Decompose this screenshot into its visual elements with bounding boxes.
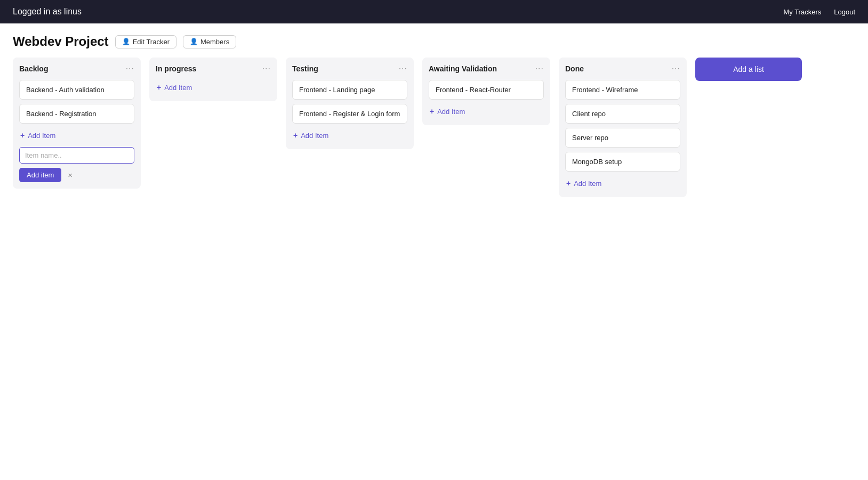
column-menu-backlog[interactable]: ··· (126, 64, 134, 74)
kanban-board: Backlog ··· Backend - Auth validation Ba… (0, 58, 868, 210)
column-title-testing: Testing (292, 64, 318, 73)
edit-tracker-icon: 👤 (122, 38, 130, 45)
cancel-add-item-button[interactable]: × (66, 169, 75, 181)
page-header: Webdev Project 👤 Edit Tracker 👤 Members (0, 23, 868, 58)
card-mongodb-setup[interactable]: MongoDB setup (565, 152, 680, 172)
add-item-row-in-progress[interactable]: + Add Item (156, 80, 271, 95)
column-title-in-progress: In progress (156, 64, 196, 73)
edit-tracker-button[interactable]: 👤 Edit Tracker (115, 35, 176, 48)
add-item-label-awaiting: Add Item (437, 108, 465, 116)
column-menu-done[interactable]: ··· (672, 64, 680, 74)
add-item-row-done[interactable]: + Add Item (565, 176, 680, 191)
edit-tracker-label: Edit Tracker (133, 38, 170, 46)
column-title-done: Done (565, 64, 584, 73)
item-name-input[interactable] (19, 147, 134, 164)
column-menu-testing[interactable]: ··· (399, 64, 407, 74)
column-menu-awaiting[interactable]: ··· (535, 64, 544, 74)
add-item-row-awaiting[interactable]: + Add Item (429, 104, 544, 119)
card-backend-auth[interactable]: Backend - Auth validation (19, 80, 134, 100)
column-backlog: Backlog ··· Backend - Auth validation Ba… (13, 58, 141, 189)
column-title-backlog: Backlog (19, 64, 48, 73)
logout-link[interactable]: Logout (834, 8, 855, 16)
logged-in-label: Logged in as linus (13, 7, 82, 17)
add-list-button[interactable]: Add a list (695, 58, 802, 81)
add-item-label-in-progress: Add Item (164, 84, 192, 92)
card-frontend-wireframe[interactable]: Frontend - Wireframe (565, 80, 680, 100)
column-menu-in-progress[interactable]: ··· (262, 64, 271, 74)
column-in-progress: In progress ··· + Add Item (149, 58, 277, 101)
add-item-label-done: Add Item (574, 180, 601, 188)
form-actions-backlog: Add item × (19, 168, 134, 182)
column-testing: Testing ··· Frontend - Landing page Fron… (286, 58, 414, 149)
card-server-repo[interactable]: Server repo (565, 128, 680, 148)
nav-links: My Trackers Logout (783, 8, 855, 16)
card-backend-reg[interactable]: Backend - Registration (19, 104, 134, 124)
column-header-awaiting: Awaiting Validation ··· (429, 64, 544, 74)
card-frontend-router[interactable]: Frontend - React-Router (429, 80, 544, 100)
page-title: Webdev Project (13, 34, 109, 49)
add-item-row-backlog[interactable]: + Add Item (19, 128, 134, 143)
members-label: Members (200, 38, 229, 46)
column-title-awaiting: Awaiting Validation (429, 64, 497, 73)
members-button[interactable]: 👤 Members (183, 35, 236, 48)
column-header-backlog: Backlog ··· (19, 64, 134, 74)
plus-icon-testing: + (293, 131, 298, 140)
column-header-done: Done ··· (565, 64, 680, 74)
plus-icon-done: + (566, 179, 570, 188)
plus-icon-backlog: + (20, 131, 25, 140)
column-header-in-progress: In progress ··· (156, 64, 271, 74)
add-item-form-backlog: Add item × (19, 147, 134, 182)
add-item-label-testing: Add Item (301, 132, 328, 140)
column-done: Done ··· Frontend - Wireframe Client rep… (559, 58, 687, 197)
members-icon: 👤 (190, 38, 198, 45)
my-trackers-link[interactable]: My Trackers (783, 8, 821, 16)
plus-icon-in-progress: + (157, 83, 161, 92)
column-awaiting-validation: Awaiting Validation ··· Frontend - React… (422, 58, 550, 125)
column-header-testing: Testing ··· (292, 64, 407, 74)
add-item-row-testing[interactable]: + Add Item (292, 128, 407, 143)
card-frontend-register[interactable]: Frontend - Register & Login form (292, 104, 407, 124)
submit-add-item-button[interactable]: Add item (19, 168, 61, 182)
card-client-repo[interactable]: Client repo (565, 104, 680, 124)
plus-icon-awaiting: + (430, 107, 434, 116)
top-navigation: Logged in as linus My Trackers Logout (0, 0, 868, 23)
card-frontend-landing[interactable]: Frontend - Landing page (292, 80, 407, 100)
add-item-label-backlog: Add Item (28, 132, 55, 140)
